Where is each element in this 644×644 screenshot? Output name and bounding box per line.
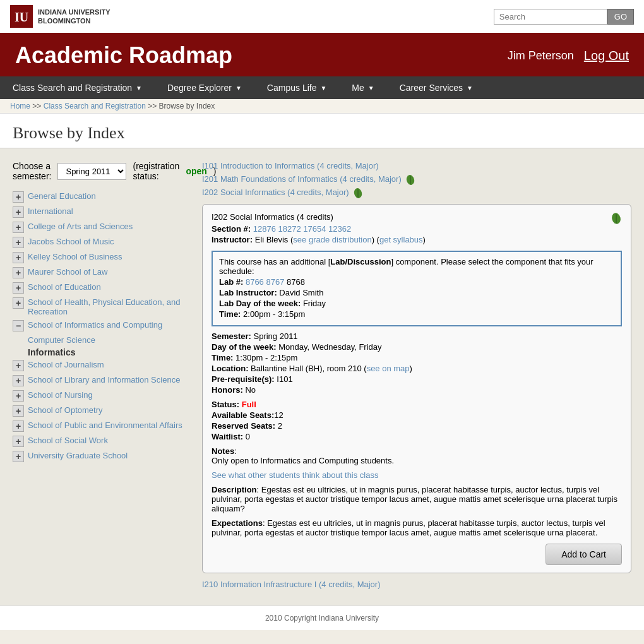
add-to-cart-button[interactable]: Add to Cart — [546, 544, 622, 565]
expand-general-ed[interactable]: + — [13, 191, 24, 203]
search-input[interactable] — [494, 9, 607, 25]
course-link-i202[interactable]: I202 Social Informatics (4 credits, Majo… — [202, 188, 349, 197]
link-school-journalism[interactable]: School of Journalism — [28, 360, 104, 369]
course-link-i201[interactable]: I201 Math Foundations of Informatics (4 … — [202, 174, 402, 184]
expand-school-journalism[interactable]: + — [13, 360, 24, 371]
expand-school-nursing[interactable]: + — [13, 390, 24, 402]
semester-select[interactable]: Spring 2011 Fall 2010 — [57, 163, 126, 180]
expand-international[interactable]: + — [13, 206, 24, 218]
link-maurer-law[interactable]: Maurer School of Law — [28, 267, 107, 277]
section-num-1[interactable]: 12876 — [253, 224, 276, 234]
sidebar-item-school-health: + School of Health, Physical Education, … — [13, 297, 189, 316]
link-school-informatics[interactable]: School of Informatics and Computing — [28, 320, 162, 330]
lab-num-2[interactable]: 8767 — [266, 277, 284, 287]
grade-dist-link[interactable]: see grade distribution — [293, 235, 371, 244]
breadcrumb-current: Browse by Index — [159, 102, 215, 110]
sidebar-item-international: + International — [13, 206, 189, 218]
link-computer-science[interactable]: Computer Science — [28, 335, 95, 345]
user-name: Jim Peterson — [508, 49, 574, 63]
expand-university-grad[interactable]: + — [13, 451, 24, 462]
map-link[interactable]: see on map — [367, 364, 410, 373]
link-general-ed[interactable]: General Education — [28, 191, 96, 201]
notes-text: Only open to Informatics and Computing s… — [212, 456, 622, 465]
link-college-arts[interactable]: College of Arts and Sciences — [28, 222, 133, 231]
card-location: Location: Ballantine Hall (BH), room 210… — [212, 364, 622, 373]
expand-school-social[interactable]: + — [13, 436, 24, 447]
nav-arrow-campus-life: ▼ — [320, 85, 326, 92]
section-num-3[interactable]: 17654 — [303, 224, 326, 234]
link-school-nursing[interactable]: School of Nursing — [28, 390, 93, 400]
description-section: Description: Egestas est eu ultricies, u… — [212, 485, 622, 513]
lab-bold: Lab/Discussion — [330, 257, 391, 266]
sidebar-item-school-informatics: − School of Informatics and Computing — [13, 320, 189, 331]
link-kelley-business[interactable]: Kelley School of Business — [28, 252, 122, 261]
sub-item-informatics: Informatics — [28, 347, 189, 357]
nav-arrow-class-search: ▼ — [136, 85, 142, 92]
breadcrumb-home[interactable]: Home — [10, 102, 30, 110]
footer-text: 2010 Copyright Indiana University — [265, 614, 379, 623]
course-row-i210: I210 Information Infrastructure I (4 cre… — [202, 580, 631, 591]
syllabus-link[interactable]: get syllabus — [379, 235, 423, 244]
link-school-public[interactable]: School of Public and Environmental Affai… — [28, 420, 182, 430]
sub-item-computer-science: Computer Science — [28, 335, 189, 345]
expectations-section: Expectations: Egestas est eu ultricies, … — [212, 518, 622, 537]
expand-kelley-business[interactable]: + — [13, 252, 24, 263]
lab-time-row: Time: 2:00pm - 3:15pm — [219, 309, 614, 319]
search-area: GO — [494, 9, 634, 25]
section-num-4[interactable]: 12362 — [328, 224, 351, 234]
expand-jacobs-music[interactable]: + — [13, 237, 24, 248]
link-university-grad[interactable]: University Graduate School — [28, 451, 128, 460]
sidebar-item-school-education: + School of Education — [13, 282, 189, 294]
expand-school-health[interactable]: + — [13, 297, 24, 309]
nav-bar: Class Search and Registration ▼ Degree E… — [0, 76, 644, 99]
sidebar-item-college-arts: + College of Arts and Sciences — [13, 222, 189, 233]
sidebar-item-school-library: + School of Library and Information Scie… — [13, 375, 189, 386]
sidebar-item-school-social: + School of Social Work — [13, 436, 189, 447]
add-to-cart-row: Add to Cart — [212, 544, 622, 565]
think-link[interactable]: See what other students think about this… — [212, 470, 379, 480]
breadcrumb-sep1: >> — [32, 102, 43, 110]
nav-arrow-me: ▼ — [368, 85, 374, 92]
banner: Academic Roadmap Jim Peterson Log Out — [0, 35, 644, 76]
card-instructor: Instructor: Eli Blevis (see grade distri… — [212, 235, 426, 244]
search-button[interactable]: GO — [607, 9, 634, 25]
sidebar-item-general-ed: + General Education — [13, 191, 189, 203]
leaf-icon-i201 — [405, 174, 415, 186]
sidebar-item-university-grad: + University Graduate School — [13, 451, 189, 462]
course-link-i210[interactable]: I210 Information Infrastructure I (4 cre… — [202, 580, 381, 589]
notes-section: Notes: Only open to Informatics and Comp… — [212, 446, 622, 465]
nav-item-class-search[interactable]: Class Search and Registration ▼ — [0, 76, 155, 99]
right-content: I101 Introduction to Informatics (4 cred… — [202, 161, 631, 593]
section-num-2[interactable]: 18272 — [278, 224, 301, 234]
expand-school-education[interactable]: + — [13, 282, 24, 294]
course-link-i101[interactable]: I101 Introduction to Informatics (4 cred… — [202, 161, 379, 170]
lab-instructor-row: Lab Instructor: David Smith — [219, 288, 614, 297]
nav-item-campus-life[interactable]: Campus Life ▼ — [254, 76, 340, 99]
link-school-social[interactable]: School of Social Work — [28, 436, 108, 445]
breadcrumb-class-search[interactable]: Class Search and Registration — [44, 102, 146, 110]
page-title: Browse by Index — [13, 124, 631, 143]
link-school-optometry[interactable]: School of Optometry — [28, 405, 103, 415]
link-school-health[interactable]: School of Health, Physical Education, an… — [28, 297, 189, 316]
content-area: Choose a semester: Spring 2011 Fall 2010… — [0, 148, 644, 605]
card-waitlist: Waitlist: 0 — [212, 432, 622, 441]
expand-school-public[interactable]: + — [13, 420, 24, 432]
nav-item-me[interactable]: Me ▼ — [339, 76, 386, 99]
card-honors: Honors: No — [212, 385, 622, 395]
lab-num-1[interactable]: 8766 — [246, 277, 264, 287]
expand-school-optometry[interactable]: + — [13, 405, 24, 417]
logout-link[interactable]: Log Out — [584, 49, 629, 63]
nav-item-career-services[interactable]: Career Services ▼ — [387, 76, 486, 99]
link-school-education[interactable]: School of Education — [28, 282, 101, 292]
footer: 2010 Copyright Indiana University — [0, 605, 644, 630]
expand-school-library[interactable]: + — [13, 375, 24, 386]
link-school-library[interactable]: School of Library and Information Scienc… — [28, 375, 180, 385]
link-international[interactable]: International — [28, 206, 73, 216]
expand-maurer-law[interactable]: + — [13, 267, 24, 278]
nav-item-degree-explorer[interactable]: Degree Explorer ▼ — [155, 76, 254, 99]
expand-school-informatics[interactable]: − — [13, 320, 24, 331]
expand-college-arts[interactable]: + — [13, 222, 24, 233]
course-row-i201: I201 Math Foundations of Informatics (4 … — [202, 174, 631, 186]
lab-intro: This course has an additional [Lab/Discu… — [219, 257, 614, 276]
link-jacobs-music[interactable]: Jacobs School of Music — [28, 237, 114, 246]
